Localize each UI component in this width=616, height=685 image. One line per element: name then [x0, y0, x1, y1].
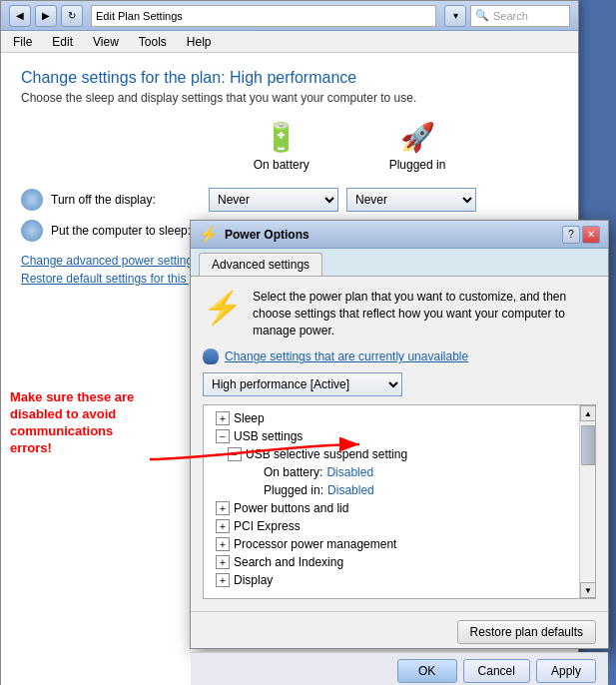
sleep-tree-label: Sleep: [234, 411, 265, 425]
plugged-icon: 🚀: [400, 121, 435, 154]
tree-scrollbar[interactable]: ▲ ▼: [579, 405, 595, 598]
scroll-down-button[interactable]: ▼: [580, 582, 596, 598]
address-dropdown[interactable]: ▾: [444, 5, 466, 27]
on-battery-value: Disabled: [326, 465, 373, 479]
power-desc-icon: ⚡: [203, 289, 243, 327]
dialog-action-row: OK Cancel Apply: [191, 652, 608, 685]
menu-view[interactable]: View: [89, 33, 123, 51]
expand-power-buttons[interactable]: +: [216, 501, 230, 515]
plugged-in-value: Disabled: [327, 483, 374, 497]
usb-suspend-label: USB selective suspend setting: [246, 447, 407, 461]
restore-plan-defaults-button[interactable]: Restore plan defaults: [457, 620, 596, 644]
shield-icon: [203, 348, 219, 364]
advanced-settings-tab[interactable]: Advanced settings: [199, 253, 322, 276]
sleep-label: Put the computer to sleep:: [51, 224, 201, 238]
expand-usb-suspend[interactable]: −: [228, 447, 242, 461]
dialog-close-button[interactable]: ✕: [582, 226, 600, 244]
tree-item-usb[interactable]: − USB settings: [208, 427, 591, 445]
scroll-up-button[interactable]: ▲: [580, 405, 596, 421]
processor-label: Processor power management: [234, 537, 396, 551]
dialog-title-bar: ⚡ Power Options ? ✕: [191, 221, 608, 249]
on-battery-item: 🔋 On battery: [254, 121, 309, 172]
back-button[interactable]: ◀: [9, 5, 31, 27]
scroll-thumb[interactable]: [581, 425, 595, 465]
tree-item-display[interactable]: + Display: [208, 571, 591, 589]
apply-button[interactable]: Apply: [536, 659, 596, 683]
tree-item-sleep[interactable]: + Sleep: [208, 409, 591, 427]
battery-section: 🔋 On battery 🚀 Plugged in: [141, 121, 558, 172]
change-settings-link[interactable]: Change settings that are currently unava…: [225, 349, 468, 363]
battery-icon: 🔋: [264, 121, 299, 154]
refresh-icon: ↻: [68, 10, 76, 21]
tree-item-usb-suspend[interactable]: − USB selective suspend setting: [208, 445, 591, 463]
tree-item-on-battery: On battery: Disabled: [208, 463, 591, 481]
tree-item-search[interactable]: + Search and Indexing: [208, 553, 591, 571]
expand-usb[interactable]: −: [216, 429, 230, 443]
refresh-button[interactable]: ↻: [61, 5, 83, 27]
change-settings-row: Change settings that are currently unava…: [203, 348, 596, 364]
forward-button[interactable]: ▶: [35, 5, 57, 27]
sleep-icon: [21, 220, 43, 242]
menu-bar: File Edit View Tools Help: [1, 31, 578, 53]
menu-help[interactable]: Help: [183, 33, 216, 51]
search-icon: 🔍: [475, 9, 489, 22]
expand-display[interactable]: +: [216, 573, 230, 587]
back-icon: ◀: [16, 10, 24, 21]
tree-item-processor[interactable]: + Processor power management: [208, 535, 591, 553]
turn-off-display-label: Turn off the display:: [51, 193, 201, 207]
restore-btn-row: Restore plan defaults: [191, 611, 608, 652]
menu-tools[interactable]: Tools: [135, 33, 171, 51]
address-text: Edit Plan Settings: [96, 10, 183, 22]
tab-bar: Advanced settings: [191, 249, 608, 277]
expand-search[interactable]: +: [216, 555, 230, 569]
search-bar[interactable]: 🔍 Search: [470, 5, 570, 27]
power-options-dialog: ⚡ Power Options ? ✕ Advanced settings ⚡ …: [190, 220, 609, 649]
expand-sleep[interactable]: +: [216, 411, 230, 425]
expand-processor[interactable]: +: [216, 537, 230, 551]
plugged-in-prefix: Plugged in:: [264, 483, 323, 497]
dialog-description: ⚡ Select the power plan that you want to…: [203, 289, 596, 339]
search-label: Search: [493, 10, 528, 22]
expand-pci[interactable]: +: [216, 519, 230, 533]
power-settings-tree: + Sleep − USB settings − USB selective s…: [203, 404, 596, 599]
dialog-title-buttons: ? ✕: [562, 226, 600, 244]
dialog-title-text: Power Options: [225, 228, 309, 242]
title-bar: ◀ ▶ ↻ Edit Plan Settings ▾ 🔍 Search: [1, 1, 578, 31]
dialog-body: ⚡ Select the power plan that you want to…: [191, 277, 608, 611]
usb-tree-label: USB settings: [234, 429, 303, 443]
turn-off-battery-dropdown[interactable]: Never: [209, 188, 338, 212]
plugged-in-label: Plugged in: [389, 158, 446, 172]
pci-label: PCI Express: [234, 519, 301, 533]
annotation-text: Make sure these are disabled to avoid co…: [10, 389, 150, 457]
page-title: Change settings for the plan: High perfo…: [21, 69, 558, 87]
address-bar[interactable]: Edit Plan Settings: [91, 5, 436, 27]
forward-icon: ▶: [42, 10, 50, 21]
menu-edit[interactable]: Edit: [48, 33, 77, 51]
cancel-button[interactable]: Cancel: [463, 659, 530, 683]
plugged-in-item: 🚀 Plugged in: [389, 121, 446, 172]
on-battery-label: On battery: [254, 158, 309, 172]
page-subtitle: Choose the sleep and display settings th…: [21, 91, 558, 105]
tree-item-power-buttons[interactable]: + Power buttons and lid: [208, 499, 591, 517]
turn-off-plugged-dropdown[interactable]: Never: [346, 188, 476, 212]
display-tree-label: Display: [234, 573, 273, 587]
power-options-icon: ⚡: [199, 225, 219, 244]
tree-content: + Sleep − USB settings − USB selective s…: [204, 405, 595, 593]
search-label: Search and Indexing: [234, 555, 343, 569]
ok-button[interactable]: OK: [397, 659, 457, 683]
tree-item-plugged-in: Plugged in: Disabled: [208, 481, 591, 499]
turn-off-display-row: Turn off the display: Never Never: [21, 188, 558, 212]
desc-text: Select the power plan that you want to c…: [253, 289, 596, 339]
plan-dropdown[interactable]: High performance [Active]: [203, 372, 402, 396]
display-icon: [21, 189, 43, 211]
power-buttons-label: Power buttons and lid: [234, 501, 348, 515]
on-battery-prefix: On battery:: [264, 465, 322, 479]
menu-file[interactable]: File: [9, 33, 36, 51]
tree-item-pci[interactable]: + PCI Express: [208, 517, 591, 535]
nav-area: ◀ ▶ ↻ Edit Plan Settings ▾ 🔍 Search: [9, 5, 570, 27]
dialog-help-button[interactable]: ?: [562, 226, 580, 244]
